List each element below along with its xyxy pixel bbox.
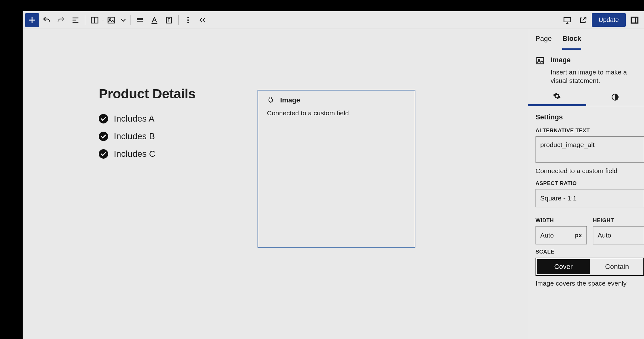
settings-sidebar: Page Block Image Insert an image to make… — [528, 29, 644, 339]
aspect-ratio-select[interactable]: Square - 1:1 — [536, 189, 644, 207]
width-label: WIDTH — [536, 213, 587, 226]
scale-option-contain[interactable]: Contain — [591, 258, 644, 275]
add-block-button[interactable] — [25, 13, 39, 27]
width-value: Auto — [536, 227, 570, 244]
scale-label: SCALE — [528, 244, 644, 258]
image-block-title: Image — [280, 96, 300, 104]
plugin-icon — [267, 96, 275, 104]
settings-title: Settings — [536, 113, 636, 121]
width-input[interactable]: Auto px — [536, 226, 587, 244]
list-item-label: Includes B — [114, 131, 155, 141]
toolbar-divider — [85, 15, 85, 25]
columns-layout-button[interactable] — [88, 13, 102, 27]
list-item-label: Includes A — [114, 114, 154, 124]
editor-canvas[interactable]: Product Details Includes A Includes B In… — [23, 29, 528, 339]
toolbar-divider — [130, 15, 130, 25]
list-item[interactable]: Includes C — [99, 149, 155, 159]
svg-rect-9 — [564, 17, 570, 22]
svg-point-8 — [187, 22, 189, 23]
svg-rect-10 — [631, 17, 638, 23]
list-item[interactable]: Includes B — [99, 131, 155, 141]
scale-toggle: Cover Contain — [536, 258, 644, 276]
sidebar-subtabs — [528, 88, 644, 106]
svg-rect-3 — [137, 18, 143, 20]
text-style-button[interactable] — [162, 13, 176, 27]
toolbar-divider — [178, 15, 179, 25]
check-circle-icon — [99, 114, 108, 123]
width-unit[interactable]: px — [570, 227, 586, 244]
device-preview-button[interactable] — [560, 13, 574, 27]
svg-rect-1 — [108, 17, 115, 23]
image-icon — [536, 56, 545, 65]
text-color-button[interactable] — [147, 13, 161, 27]
svg-point-6 — [187, 17, 189, 18]
image-block-selected[interactable]: Image Connected to a custom field — [258, 90, 415, 248]
block-type-header: Image — [528, 50, 644, 67]
tab-block[interactable]: Block — [562, 35, 581, 50]
chevron-down-icon[interactable] — [119, 13, 128, 27]
scale-help: Image covers the space evenly. — [528, 276, 644, 287]
update-button[interactable]: Update — [592, 13, 626, 27]
sidebar-tabs: Page Block — [528, 29, 644, 50]
editor-window: · Update — [23, 11, 644, 339]
height-value: Auto — [593, 227, 644, 244]
check-circle-icon — [99, 149, 108, 159]
height-input[interactable]: Auto — [593, 226, 644, 244]
top-toolbar: · Update — [23, 11, 644, 29]
product-feature-list: Includes A Includes B Includes C — [99, 114, 155, 159]
subtab-settings[interactable] — [528, 88, 586, 106]
image-insert-button[interactable] — [104, 13, 118, 27]
height-label: HEIGHT — [593, 213, 644, 226]
block-type-description: Insert an image to make a visual stateme… — [528, 67, 644, 88]
scale-option-cover[interactable]: Cover — [537, 259, 590, 274]
alt-text-label: ALTERNATIVE TEXT — [528, 123, 644, 136]
undo-button[interactable] — [40, 13, 53, 27]
align-button[interactable] — [133, 13, 147, 27]
contrast-icon — [611, 93, 619, 101]
list-item[interactable]: Includes A — [99, 114, 155, 124]
svg-rect-4 — [137, 21, 143, 21]
svg-point-7 — [187, 19, 189, 21]
toolbar-dot-icon: · — [102, 17, 104, 23]
document-overview-button[interactable] — [69, 13, 82, 27]
main-area: Product Details Includes A Includes B In… — [23, 29, 644, 339]
more-options-button[interactable] — [181, 13, 195, 27]
check-circle-icon — [99, 132, 108, 141]
redo-button[interactable] — [54, 13, 68, 27]
image-block-subtitle: Connected to a custom field — [258, 107, 415, 119]
collapse-toolbar-button[interactable] — [196, 13, 209, 27]
page-title[interactable]: Product Details — [99, 86, 196, 101]
settings-section-header: Settings — [528, 106, 644, 123]
view-page-button[interactable] — [576, 13, 590, 27]
subtab-styles[interactable] — [586, 88, 644, 106]
tab-page[interactable]: Page — [536, 35, 552, 50]
aspect-ratio-label: ASPECT RATIO — [528, 176, 644, 189]
svg-rect-11 — [537, 57, 544, 64]
alt-text-help: Connected to a custom field — [528, 163, 644, 176]
gear-icon — [553, 92, 561, 100]
list-item-label: Includes C — [114, 149, 155, 159]
settings-panel-toggle[interactable] — [628, 13, 641, 27]
block-type-title: Image — [551, 56, 571, 64]
alt-text-input[interactable]: product_image_alt — [536, 136, 644, 163]
